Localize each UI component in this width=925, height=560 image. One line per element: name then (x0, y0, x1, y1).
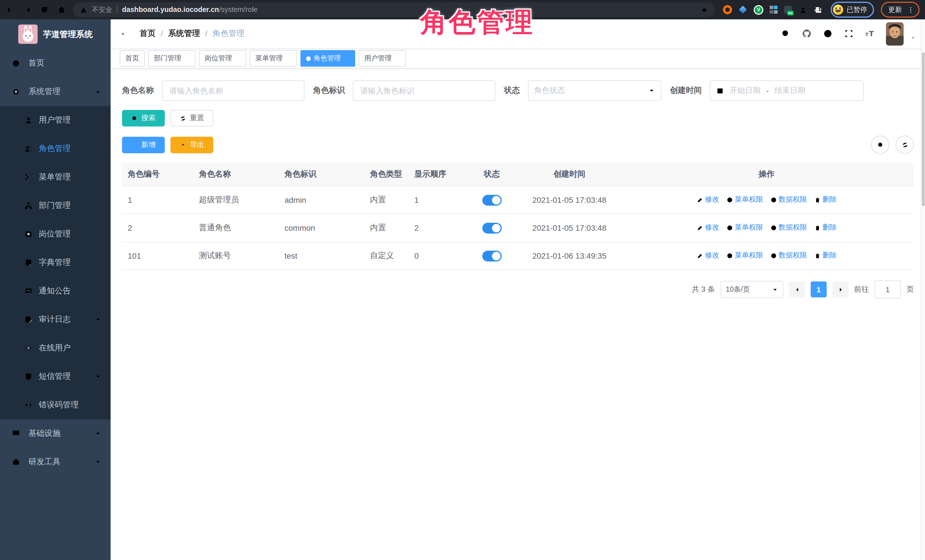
fullscreen-icon[interactable] (844, 29, 854, 39)
bookmark-star-icon[interactable] (701, 6, 708, 14)
add-button[interactable]: 新增 (122, 137, 165, 153)
sidebar-item[interactable]: 审计日志 (0, 305, 111, 334)
sidebar-item[interactable]: 在线用户 (0, 334, 111, 362)
action-link[interactable]: 修改 (696, 251, 719, 261)
chevron-down-icon (95, 316, 101, 323)
filter-role-key: 角色标识 (313, 80, 496, 101)
action-link[interactable]: 修改 (696, 223, 719, 233)
goto-page-input[interactable] (875, 280, 901, 299)
sidebar-item[interactable]: 研发工具 (0, 448, 111, 476)
role-key-input[interactable] (353, 80, 496, 101)
sidebar-item[interactable]: 菜单管理 (0, 163, 111, 191)
action-link[interactable]: 删除 (814, 251, 837, 261)
status-toggle[interactable] (482, 222, 502, 233)
browser-menu-dots-icon[interactable] (907, 6, 914, 14)
column-header: 角色类型 (364, 163, 409, 186)
breadcrumb-item[interactable]: 系统管理 (168, 29, 200, 39)
grid-ext-icon[interactable] (770, 6, 777, 14)
page-size-select[interactable]: 10条/页 (721, 281, 783, 298)
status-toggle[interactable] (482, 251, 502, 261)
forward-icon[interactable] (23, 5, 32, 14)
security-label: 不安全 (92, 5, 112, 15)
sidebar-item[interactable]: 通知公告 (0, 277, 111, 305)
sidebar-item[interactable]: 首页 (0, 49, 111, 78)
avatar[interactable] (886, 22, 904, 45)
table-cell: 101 (122, 242, 193, 270)
search-icon[interactable] (780, 29, 791, 39)
tab[interactable]: 部门管理 (148, 50, 196, 67)
on-badge-ext-icon[interactable] (784, 6, 792, 14)
next-page-button[interactable] (832, 281, 848, 297)
created-time-cell: 2021-01-05 17:03:48 (519, 186, 619, 214)
breadcrumb-item[interactable]: 角色管理 (212, 29, 244, 39)
refresh-table-button[interactable] (896, 135, 914, 154)
address-bar[interactable]: 不安全 dashboard.yudao.iocoder.cn/system/ro… (73, 2, 715, 17)
url-path: /system/role (219, 6, 258, 14)
table-cell: 2 (122, 214, 193, 242)
trash-icon (814, 197, 821, 203)
export-button[interactable]: 导出 (170, 137, 213, 153)
status-select[interactable]: 角色状态 (528, 80, 661, 101)
sidebar-collapse-icon[interactable] (120, 28, 131, 39)
action-link[interactable]: 修改 (696, 195, 719, 205)
avatar-caret-down-icon[interactable] (910, 35, 916, 41)
breadcrumb-item[interactable]: 首页 (140, 29, 156, 39)
puzzle-ext-icon[interactable] (814, 5, 823, 14)
reload-icon[interactable] (40, 5, 49, 14)
tab[interactable]: 菜单管理 (250, 50, 297, 67)
page-number-button[interactable]: 1 (811, 281, 827, 297)
fontsize-icon[interactable] (865, 29, 875, 39)
tab[interactable]: 角色管理 (300, 50, 355, 67)
sidebar-item[interactable]: 错误码管理 (0, 391, 111, 419)
column-header: 角色标识 (279, 163, 364, 186)
edit-icon (696, 252, 703, 259)
home-icon[interactable] (57, 5, 66, 14)
main-panel: 首页/系统管理/角色管理 首页 部门管理 岗位管理 菜单管理 角色管理 用户管理 (111, 20, 925, 560)
status-select-placeholder: 角色状态 (534, 86, 565, 96)
sidebar-item[interactable]: 字典管理 (0, 248, 111, 277)
tab[interactable]: 首页 (120, 50, 145, 67)
action-link[interactable]: 菜单权限 (726, 251, 763, 261)
sidebar-item[interactable]: 部门管理 (0, 191, 111, 220)
screen: 不安全 dashboard.yudao.iocoder.cn/system/ro… (0, 0, 925, 560)
date-range-picker[interactable]: 开始日期 - 结束日期 (710, 80, 864, 101)
verified-ext-icon[interactable]: V (754, 5, 763, 15)
toggle-search-button[interactable] (871, 135, 889, 154)
action-link[interactable]: 数据权限 (770, 223, 807, 233)
action-link[interactable]: 数据权限 (770, 251, 807, 261)
person-ext-icon[interactable] (798, 5, 807, 14)
sidebar-item[interactable]: 角色管理 (0, 134, 111, 163)
role-name-input[interactable] (162, 80, 304, 101)
action-link[interactable]: 菜单权限 (726, 195, 763, 205)
tab[interactable]: 岗位管理 (199, 50, 246, 67)
sidebar-logo[interactable]: 芋道管理系统 (0, 20, 111, 49)
tab[interactable]: 用户管理 (359, 50, 406, 67)
github-icon[interactable] (801, 29, 812, 39)
action-link[interactable]: 菜单权限 (726, 223, 763, 233)
browser-update-button[interactable]: 更新 (881, 2, 920, 18)
sidebar-item[interactable]: 系统管理 (0, 78, 111, 106)
gem-ext-icon[interactable] (738, 5, 747, 14)
sidebar-item[interactable]: 基础设施 (0, 419, 111, 448)
scrollbar-track[interactable] (921, 20, 925, 560)
action-link[interactable]: 删除 (814, 223, 837, 233)
navbar-tools (780, 22, 916, 45)
sidebar-item[interactable]: 用户管理 (0, 106, 111, 134)
sidebar-item[interactable]: 岗位管理 (0, 220, 111, 248)
help-icon[interactable] (823, 29, 833, 39)
table-cell: test (279, 242, 364, 270)
circle-ext-icon[interactable] (723, 5, 732, 14)
dashboard-icon (11, 59, 21, 68)
back-icon[interactable] (6, 5, 15, 14)
not-secure-warning-icon (80, 6, 87, 14)
status-toggle[interactable] (482, 195, 502, 206)
active-tab-dot (306, 56, 311, 61)
prev-page-button[interactable] (789, 281, 805, 297)
action-link[interactable]: 删除 (814, 195, 837, 205)
scrollbar-thumb[interactable] (922, 53, 925, 206)
reset-button[interactable]: 重置 (170, 110, 213, 126)
sidebar-item[interactable]: 短信管理 (0, 362, 111, 391)
action-link[interactable]: 数据权限 (770, 195, 807, 205)
browser-profile-chip[interactable]: 已暂停 (831, 2, 874, 18)
search-button[interactable]: 搜索 (122, 110, 165, 126)
